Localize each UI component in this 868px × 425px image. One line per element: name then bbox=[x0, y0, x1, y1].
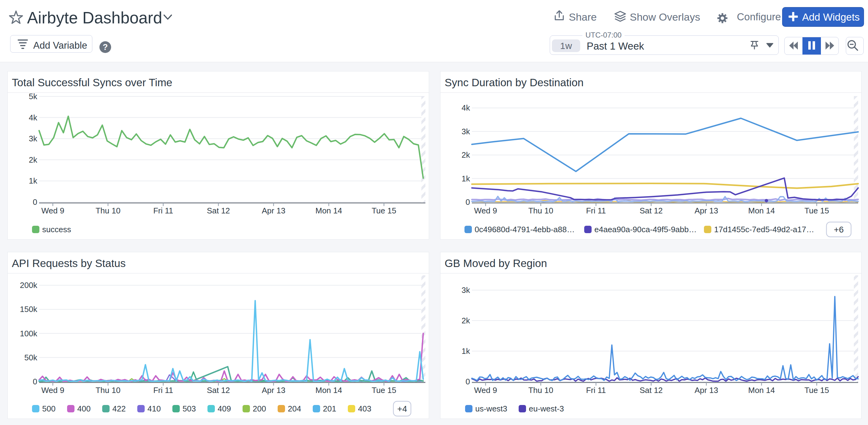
svg-text:Thu 10: Thu 10 bbox=[528, 206, 553, 215]
svg-text:Sat 12: Sat 12 bbox=[207, 386, 230, 395]
svg-text:Total Successful Syncs over Ti: Total Successful Syncs over Time bbox=[12, 77, 173, 88]
svg-text:Fri 11: Fri 11 bbox=[153, 386, 173, 395]
svg-text:Fri 11: Fri 11 bbox=[586, 386, 606, 395]
svg-text:4k: 4k bbox=[462, 103, 470, 113]
svg-text:+4: +4 bbox=[397, 404, 407, 414]
svg-text:Wed 9: Wed 9 bbox=[41, 206, 64, 215]
svg-text:eu-west-3: eu-west-3 bbox=[529, 404, 564, 413]
svg-text:API Requests by Status: API Requests by Status bbox=[12, 257, 126, 269]
svg-text:0: 0 bbox=[33, 377, 37, 386]
svg-text:400: 400 bbox=[77, 404, 91, 413]
svg-text:3k: 3k bbox=[462, 285, 470, 295]
svg-text:200: 200 bbox=[253, 404, 266, 413]
svg-text:Mon 14: Mon 14 bbox=[315, 206, 342, 215]
svg-text:2k: 2k bbox=[29, 155, 37, 164]
svg-text:0c49680d-4791-4ebb-a88…: 0c49680d-4791-4ebb-a88… bbox=[475, 225, 575, 234]
svg-text:Thu 10: Thu 10 bbox=[95, 206, 120, 215]
svg-text:?: ? bbox=[103, 42, 108, 52]
svg-text:4k: 4k bbox=[29, 113, 37, 122]
svg-text:us-west3: us-west3 bbox=[475, 404, 507, 413]
svg-text:0: 0 bbox=[466, 377, 470, 386]
svg-text:Apr 13: Apr 13 bbox=[694, 206, 718, 215]
svg-text:200k: 200k bbox=[20, 280, 37, 290]
svg-text:Thu 10: Thu 10 bbox=[95, 386, 120, 395]
svg-text:17d1455c-7ed5-49d2-a17…: 17d1455c-7ed5-49d2-a17… bbox=[714, 225, 814, 234]
svg-text:410: 410 bbox=[148, 404, 161, 413]
svg-text:+6: +6 bbox=[834, 225, 844, 234]
svg-text:Apr 13: Apr 13 bbox=[694, 386, 718, 395]
svg-text:Sat 12: Sat 12 bbox=[207, 206, 230, 215]
svg-text:Sat 12: Sat 12 bbox=[640, 386, 663, 395]
svg-text:1k: 1k bbox=[462, 346, 470, 356]
svg-text:e4aea90a-90ca-49f5-9abb…: e4aea90a-90ca-49f5-9abb… bbox=[594, 225, 696, 234]
svg-text:50k: 50k bbox=[24, 353, 37, 362]
svg-text:Sync Duration by Destination: Sync Duration by Destination bbox=[445, 77, 584, 88]
svg-text:403: 403 bbox=[358, 404, 371, 413]
svg-text:Apr 13: Apr 13 bbox=[261, 206, 285, 215]
svg-text:0: 0 bbox=[33, 198, 37, 207]
svg-text:Fri 11: Fri 11 bbox=[586, 206, 606, 215]
svg-text:204: 204 bbox=[288, 404, 301, 413]
svg-text:Tue 15: Tue 15 bbox=[372, 386, 396, 395]
svg-text:Tue 15: Tue 15 bbox=[804, 386, 829, 395]
svg-text:Apr 13: Apr 13 bbox=[261, 386, 285, 395]
svg-text:Mon 14: Mon 14 bbox=[748, 386, 775, 395]
svg-text:Sat 12: Sat 12 bbox=[640, 206, 663, 215]
svg-text:Mon 14: Mon 14 bbox=[748, 206, 775, 215]
svg-text:Mon 14: Mon 14 bbox=[315, 386, 342, 395]
svg-text:2k: 2k bbox=[462, 150, 470, 159]
svg-text:Wed 9: Wed 9 bbox=[41, 386, 64, 395]
svg-text:5k: 5k bbox=[29, 92, 37, 101]
svg-text:GB Moved by Region: GB Moved by Region bbox=[445, 257, 547, 269]
svg-text:3k: 3k bbox=[462, 127, 470, 136]
svg-text:Wed 9: Wed 9 bbox=[474, 206, 497, 215]
svg-text:1k: 1k bbox=[29, 176, 37, 185]
svg-text:Fri 11: Fri 11 bbox=[153, 206, 173, 215]
svg-text:500: 500 bbox=[42, 404, 55, 413]
svg-text:success: success bbox=[42, 225, 71, 234]
svg-text:422: 422 bbox=[112, 404, 126, 413]
svg-text:503: 503 bbox=[183, 404, 196, 413]
svg-text:2k: 2k bbox=[462, 316, 470, 325]
svg-text:3k: 3k bbox=[29, 134, 37, 143]
svg-text:409: 409 bbox=[218, 404, 231, 413]
svg-text:201: 201 bbox=[323, 404, 336, 413]
svg-text:Tue 15: Tue 15 bbox=[372, 206, 396, 215]
svg-text:100k: 100k bbox=[20, 329, 37, 338]
svg-text:150k: 150k bbox=[20, 305, 37, 314]
svg-text:Tue 15: Tue 15 bbox=[804, 206, 829, 215]
svg-text:Thu 10: Thu 10 bbox=[528, 386, 553, 395]
svg-text:0: 0 bbox=[466, 198, 470, 207]
svg-text:1k: 1k bbox=[462, 174, 470, 183]
svg-text:Wed 9: Wed 9 bbox=[474, 386, 497, 395]
